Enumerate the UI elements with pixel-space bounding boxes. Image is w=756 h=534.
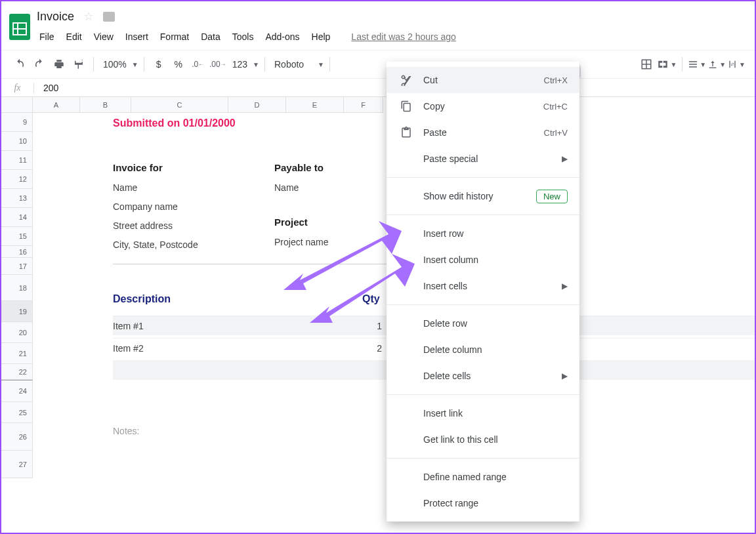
row-24[interactable]: 24 xyxy=(1,380,33,402)
ctx-insert-cells[interactable]: Insert cells ▶ xyxy=(387,273,579,299)
context-menu: Cut Ctrl+X Copy Ctrl+C Paste Ctrl+V Past… xyxy=(387,62,579,522)
row-12[interactable]: 12 xyxy=(1,170,33,189)
row-11[interactable]: 11 xyxy=(1,151,33,170)
ctx-copy[interactable]: Copy Ctrl+C xyxy=(387,93,579,119)
currency-button[interactable]: $ xyxy=(150,55,168,73)
name-label: Name xyxy=(113,178,274,197)
formula-value[interactable]: 200 xyxy=(34,83,58,93)
row-26[interactable]: 26 xyxy=(1,423,33,451)
ctx-delete-row[interactable]: Delete row xyxy=(387,310,579,337)
ctx-insert-column[interactable]: Insert column xyxy=(387,247,579,273)
col-D[interactable]: D xyxy=(228,97,286,113)
menu-edit[interactable]: Edit xyxy=(61,29,87,45)
col-C[interactable]: C xyxy=(131,97,228,113)
ctx-paste-special[interactable]: Paste special ▶ xyxy=(387,146,579,172)
font-select[interactable]: Roboto▼ xyxy=(270,59,324,70)
percent-button[interactable]: % xyxy=(169,55,188,73)
row-21[interactable]: 21 xyxy=(1,343,33,364)
col-B[interactable]: B xyxy=(80,97,131,113)
menu-help[interactable]: Help xyxy=(306,29,336,45)
row-16[interactable]: 16 xyxy=(1,246,33,258)
payable-to-label: Payable to xyxy=(274,162,387,173)
ctx-get-link[interactable]: Get link to this cell xyxy=(387,426,579,453)
row-15[interactable]: 15 xyxy=(1,227,33,246)
menu-tools[interactable]: Tools xyxy=(227,29,259,45)
col-E[interactable]: E xyxy=(286,97,344,113)
row-22[interactable]: 22 xyxy=(1,364,33,380)
select-all-corner[interactable] xyxy=(1,97,33,113)
copy-icon xyxy=(400,100,413,113)
col-F[interactable]: F xyxy=(344,97,383,113)
company-label: Company name xyxy=(113,197,274,216)
inc-decimal-icon[interactable]: .00→ xyxy=(209,55,227,73)
ctx-protect-range[interactable]: Protect range xyxy=(387,490,579,516)
ctx-named-range[interactable]: Define named range xyxy=(387,464,579,490)
redo-icon[interactable] xyxy=(30,55,49,73)
row-17[interactable]: 17 xyxy=(1,258,33,275)
ctx-cut[interactable]: Cut Ctrl+X xyxy=(387,67,579,93)
ctx-insert-row[interactable]: Insert row xyxy=(387,220,579,247)
star-icon[interactable]: ☆ xyxy=(83,9,94,24)
title-area: Invoice ☆ File Edit View Insert Format D… xyxy=(34,7,461,45)
borders-icon[interactable] xyxy=(637,55,656,73)
align-v-icon[interactable]: ▼ xyxy=(707,59,726,70)
menu-format[interactable]: Format xyxy=(155,29,194,45)
app-header: Invoice ☆ File Edit View Insert Format D… xyxy=(1,1,755,45)
row-10[interactable]: 10 xyxy=(1,132,33,151)
dec-decimal-icon[interactable]: .0← xyxy=(189,55,207,73)
item2-desc: Item #2 xyxy=(113,343,362,354)
print-icon[interactable] xyxy=(50,55,68,73)
row-13[interactable]: 13 xyxy=(1,189,33,208)
fx-icon: fx xyxy=(1,83,34,93)
row-9[interactable]: 9 xyxy=(1,113,33,132)
row-20[interactable]: 20 xyxy=(1,322,33,343)
paste-icon xyxy=(400,126,413,139)
ctx-insert-link[interactable]: Insert link xyxy=(387,400,579,426)
menu-addons[interactable]: Add-ons xyxy=(260,29,304,45)
chevron-right-icon: ▶ xyxy=(562,371,568,380)
formula-bar: fx 200 xyxy=(1,79,755,97)
ctx-delete-column[interactable]: Delete column xyxy=(387,337,579,363)
format-number[interactable]: 123▼ xyxy=(228,59,259,70)
doc-title[interactable]: Invoice xyxy=(37,10,74,24)
city-label: City, State, Postcode xyxy=(113,236,274,255)
paint-format-icon[interactable] xyxy=(70,55,88,73)
merge-cells-icon[interactable]: ▼ xyxy=(657,58,677,70)
zoom-select[interactable]: 100%▼ xyxy=(99,59,138,70)
ctx-paste[interactable]: Paste Ctrl+V xyxy=(387,119,579,146)
row-19[interactable]: 19 xyxy=(1,301,33,322)
align-h-icon[interactable]: ▼ xyxy=(688,59,706,70)
chevron-right-icon: ▶ xyxy=(562,281,568,291)
move-folder-icon[interactable] xyxy=(103,12,115,22)
svg-marker-8 xyxy=(310,254,415,323)
undo-icon[interactable] xyxy=(10,55,29,73)
toolbar: 100%▼ $ % .0← .00→ 123▼ Roboto▼ ▼ ▼ ▼ ▼ xyxy=(1,50,755,79)
sheets-doc-icon xyxy=(8,7,34,42)
row-25[interactable]: 25 xyxy=(1,402,33,423)
row-headers: 9 10 11 12 13 14 15 16 17 18 19 20 21 22… xyxy=(1,113,33,478)
last-edit-link[interactable]: Last edit was 2 hours ago xyxy=(346,29,461,45)
annotation-arrow-2 xyxy=(310,251,415,329)
item2-qty: 2 xyxy=(362,343,382,354)
row-27[interactable]: 27 xyxy=(1,451,33,478)
menu-insert[interactable]: Insert xyxy=(120,29,154,45)
chevron-right-icon: ▶ xyxy=(562,154,568,163)
svg-rect-0 xyxy=(9,14,30,40)
ctx-show-history[interactable]: Show edit history New xyxy=(387,183,579,209)
ctx-delete-cells[interactable]: Delete cells ▶ xyxy=(387,363,579,389)
menu-view[interactable]: View xyxy=(89,29,119,45)
new-badge: New xyxy=(536,190,568,203)
row-14[interactable]: 14 xyxy=(1,208,33,227)
invoice-for-label: Invoice for xyxy=(113,162,274,173)
payable-name: Name xyxy=(274,178,387,197)
menu-data[interactable]: Data xyxy=(196,29,226,45)
row-18[interactable]: 18 xyxy=(1,275,33,301)
col-A[interactable]: A xyxy=(33,97,80,113)
menu-bar: File Edit View Insert Format Data Tools … xyxy=(34,24,461,45)
menu-file[interactable]: File xyxy=(34,29,60,45)
street-label: Street address xyxy=(113,216,274,236)
cut-icon xyxy=(400,73,413,87)
wrap-text-icon[interactable]: ▼ xyxy=(727,59,746,70)
